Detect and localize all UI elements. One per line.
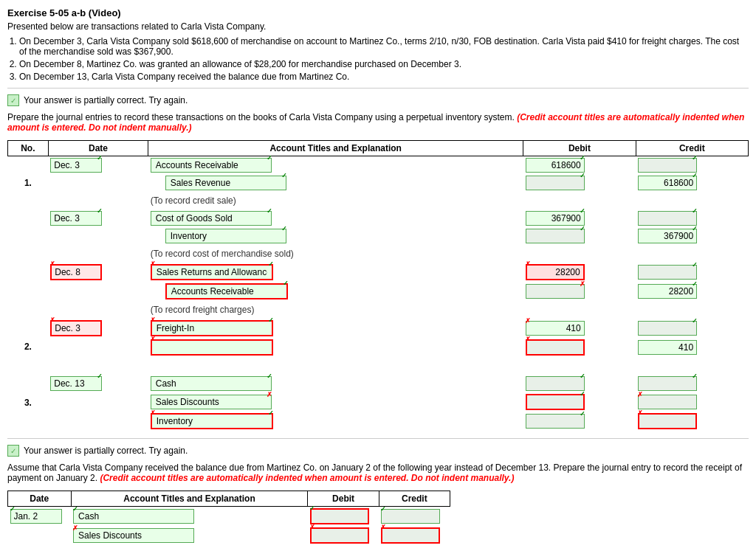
entry-3-row2-date: [48, 392, 148, 412]
entry-2-row2-debit-cell: ✗: [523, 338, 636, 357]
entry-1-acct-input[interactable]: [151, 158, 272, 173]
table-row: ✗ ✗: [8, 338, 749, 357]
entry-2-row2-credit-cell: [636, 338, 748, 357]
bottom-col-debit: Debit: [308, 491, 379, 507]
entry-1b2-row2-debit-input[interactable]: [526, 229, 585, 243]
entry-1-no: 1.: [8, 156, 49, 210]
entry-1b-debit-cell: ✓: [523, 174, 636, 192]
bottom-row2-credit-input[interactable]: [381, 527, 440, 544]
entry-2-date-select[interactable]: Dec. 3: [50, 320, 102, 336]
entry-dec8-date-cell: ✗ Dec. 8: [48, 263, 148, 282]
bottom-row2-acct-cell: ✗: [71, 526, 308, 545]
entry-2-row2-debit-input[interactable]: [526, 339, 585, 356]
entry-dec8-row2-date: [48, 282, 148, 301]
entry-2-debit-input[interactable]: [526, 321, 585, 336]
entry-1-date-select[interactable]: Dec. 3: [50, 158, 102, 173]
entry-2-credit-input[interactable]: [638, 321, 697, 336]
entry-1b2-row2-date: [48, 227, 148, 245]
entry-1b-credit-input[interactable]: [638, 176, 697, 190]
bottom-col-acct: Account Titles and Explanation: [71, 491, 308, 507]
entry-3-credit-input[interactable]: [638, 376, 697, 391]
entry-1b2-row2-no: [8, 227, 49, 245]
table-row: (To record cost of merchandise sold): [8, 245, 749, 263]
entry-3-debit-input[interactable]: [526, 376, 585, 391]
entry-1b2-row2-credit-cell: ✓: [636, 227, 748, 245]
entry-1-debit-input[interactable]: [526, 158, 585, 173]
entry-1b2-row2-credit-input[interactable]: [638, 229, 697, 243]
entry-dec8-row2-debit-cell: ✗: [523, 282, 636, 301]
entry-3-row2-acct-input[interactable]: [151, 395, 272, 409]
entry-3-date-cell: Dec. 13 ✓: [48, 375, 148, 392]
entry-1-credit-input[interactable]: [638, 158, 697, 173]
entry-2-row2-acct-input[interactable]: [151, 339, 273, 356]
entry-dec8-note: (To record freight charges): [148, 301, 749, 319]
entry-2-row3-acct: [148, 357, 523, 375]
bottom-row2-date: [8, 526, 72, 545]
entry-1b2-acct-cell: ✓: [148, 209, 523, 227]
entry-2-date-cell: ✗ Dec. 3: [48, 319, 148, 338]
table-row: ✗ ✓ ✓ ✗: [8, 412, 749, 431]
bottom-row1-date-select[interactable]: Jan. 2: [10, 509, 62, 524]
entry-1b-credit-cell: ✓: [636, 174, 748, 192]
entry-1b2-row2-acct-input[interactable]: [165, 229, 286, 243]
transaction-3: On December 13, Carla Vista Company rece…: [19, 72, 749, 82]
table-row: 3. Dec. 13 ✓ ✓ ✓: [8, 375, 749, 392]
bottom-row1-date-cell: ✓ Jan. 2: [8, 507, 72, 527]
bottom-row1-debit-cell: ✓: [308, 507, 379, 527]
entry-dec8-debit-input[interactable]: [526, 264, 585, 280]
bottom-row2-debit-cell: ✗: [308, 526, 379, 545]
bottom-row1-acct-cell: ✓: [71, 507, 308, 527]
entry-3-row2-debit-input[interactable]: [526, 394, 585, 410]
entry-3-row3-acct-input[interactable]: [151, 413, 273, 429]
entry-3-row3-debit-input[interactable]: [526, 414, 585, 429]
entry-3-acct-input[interactable]: [151, 376, 272, 391]
table-row: ✓ ✓ ✓: [8, 174, 749, 192]
col-acct: Account Titles and Explanation: [148, 141, 523, 156]
entry-1b2-debit-input[interactable]: [526, 211, 585, 226]
entry-2-row2-credit-input[interactable]: [638, 340, 697, 355]
entry-1b2-note-no: [8, 245, 49, 263]
entry-3-row3-credit-input[interactable]: [638, 413, 697, 429]
entry-dec8-row2-debit-input[interactable]: [526, 284, 585, 299]
partial-check-icon-1: ✓: [7, 94, 19, 106]
entry-3-row2-credit-cell: ✗: [636, 392, 748, 412]
entry-dec8-acct-input[interactable]: [151, 264, 273, 280]
entry-1b2-credit-input[interactable]: [638, 211, 697, 226]
entry-dec8-row2-acct-cell: ✓: [148, 282, 523, 301]
entry-dec8-note-date: [48, 301, 148, 319]
bottom-row2-debit-input[interactable]: [310, 527, 369, 544]
bottom-row2-acct-input[interactable]: [73, 528, 194, 543]
entry-dec8-row2-credit-cell: ✓: [636, 282, 748, 301]
bottom-row1-credit-cell: ✓: [379, 507, 450, 527]
entry-1b2-note-date: [48, 245, 148, 263]
entry-dec8-row2-acct-input[interactable]: [165, 283, 288, 299]
entry-1-note: (To record credit sale): [148, 192, 749, 209]
entry-3-row2-acct-cell: ✗: [148, 392, 523, 412]
table-row: (To record credit sale): [8, 192, 749, 209]
entry-1b2-date-select[interactable]: Dec. 3: [50, 211, 102, 226]
entry-3-date-select[interactable]: Dec. 13: [50, 376, 102, 391]
entry-2-acct-cell: ✗ ✓: [148, 319, 523, 338]
status-text-1: Your answer is partially correct. Try ag…: [24, 95, 188, 105]
entry-3-row2-credit-input[interactable]: [638, 395, 697, 409]
status-text-2: Your answer is partially correct. Try ag…: [24, 446, 188, 456]
bottom-row1-debit-input[interactable]: [310, 508, 369, 524]
bottom-row1-acct-input[interactable]: [73, 509, 194, 524]
entry-dec8-row2-credit-input[interactable]: [638, 284, 697, 299]
entry-1b-debit-input[interactable]: [526, 176, 585, 190]
table-row: ✗ Dec. 8 ✗ ✓ ✗: [8, 263, 749, 282]
entry-1b2-acct-input[interactable]: [151, 211, 272, 226]
entry-dec8-no: [8, 263, 49, 282]
entry-3-row3-credit-cell: ✗: [636, 412, 748, 431]
entry-3-row3-acct-cell: ✗ ✓: [148, 412, 523, 431]
entry-dec8-date-select[interactable]: Dec. 8: [50, 264, 102, 280]
bottom-row1-credit-input[interactable]: [381, 509, 440, 524]
entry-dec8-credit-input[interactable]: [638, 265, 697, 280]
table-row: 2. ✗ Dec. 3 ✗ ✓ ✗: [8, 319, 749, 338]
status-box-2: ✓ Your answer is partially correct. Try …: [7, 445, 749, 457]
entry-2-row2-acct-cell: ✗: [148, 338, 523, 357]
entry-1b-acct-input[interactable]: [165, 176, 286, 190]
entry-2-acct-input[interactable]: [151, 320, 273, 336]
bottom-col-date: Date: [8, 491, 72, 507]
entry-1b-acct-cell: ✓: [148, 174, 523, 192]
